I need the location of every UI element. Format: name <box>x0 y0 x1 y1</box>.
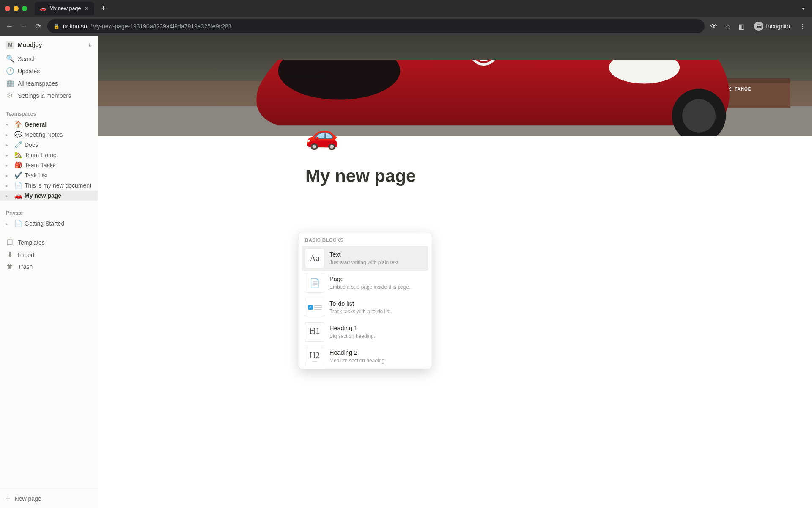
chevron-right-icon[interactable]: ▸ <box>6 153 12 157</box>
incognito-indicator[interactable]: 🕶 Incognito <box>751 22 793 31</box>
block-option-todo[interactable]: ✓ To-do list Track tasks with a to-do li… <box>302 295 428 320</box>
maximize-window-icon[interactable] <box>22 6 27 11</box>
workspace-avatar: M <box>6 41 14 49</box>
browser-tab[interactable]: 🚗 My new page ✕ <box>35 2 94 15</box>
sidebar-item-trash[interactable]: 🗑 Trash <box>0 261 98 273</box>
close-window-icon[interactable] <box>5 6 10 11</box>
sidebar-item-templates[interactable]: ❐ Templates <box>0 236 98 248</box>
browser-toolbar: ← → ⟳ 🔒 notion.so/My-new-page-193190a823… <box>0 17 812 36</box>
tree-item-label: Team Home <box>25 152 56 158</box>
sidebar-item-search[interactable]: 🔍 Search <box>0 52 98 65</box>
tabs-dropdown-icon[interactable]: ▾ <box>799 6 807 11</box>
block-option-page[interactable]: 📄 Page Embed a sub-page inside this page… <box>302 271 428 295</box>
block-title: Page <box>329 275 410 284</box>
kebab-menu-icon[interactable]: ⋮ <box>798 22 808 30</box>
tree-item-label: Getting Started <box>25 220 64 227</box>
page-title[interactable]: My new page <box>305 136 605 186</box>
chevron-right-icon[interactable]: ▸ <box>6 133 12 137</box>
check-icon: ✔️ <box>14 171 22 179</box>
house-garden-icon: 🏡 <box>14 151 22 159</box>
address-bar[interactable]: 🔒 notion.so/My-new-page-193190a8239a4f9d… <box>47 19 705 33</box>
tree-item-label: My new page <box>25 192 61 199</box>
tree-item-label: Task List <box>25 172 47 179</box>
chevron-down-icon[interactable]: ▾ <box>6 122 12 127</box>
backpack-icon: 🎒 <box>14 161 22 169</box>
red-car-illustration <box>227 60 741 136</box>
sidebar-item-label: Trash <box>18 263 33 270</box>
back-button[interactable]: ← <box>4 22 14 31</box>
sidebar-item-label: Search <box>18 55 36 62</box>
lock-icon: 🔒 <box>53 23 60 29</box>
eye-off-icon[interactable]: 👁 <box>709 22 719 30</box>
chevron-right-icon[interactable]: ▸ <box>6 221 12 226</box>
block-desc: Embed a sub-page inside this page. <box>329 284 410 290</box>
clock-icon: 🕘 <box>6 67 14 75</box>
tree-item-meeting-notes[interactable]: ▸ 💬 Meeting Notes <box>0 130 98 140</box>
chevron-updown-icon: ⇅ <box>88 43 92 47</box>
block-option-h1[interactable]: H1━━━ Heading 1 Big section heading. <box>302 320 428 344</box>
sidebar-item-updates[interactable]: 🕘 Updates <box>0 65 98 77</box>
h2-thumb-icon: H2━━━ <box>305 347 324 366</box>
tree-item-label: Meeting Notes <box>25 131 63 138</box>
tab-favicon-icon: 🚗 <box>40 6 46 11</box>
block-title: To-do list <box>329 300 392 308</box>
tree-item-docs[interactable]: ▸ 🧷 Docs <box>0 140 98 150</box>
forward-button[interactable]: → <box>19 22 29 31</box>
tree-item-team-home[interactable]: ▸ 🏡 Team Home <box>0 150 98 160</box>
sidebar-item-teamspaces[interactable]: 🏢 All teamspaces <box>0 77 98 89</box>
h1-thumb-icon: H1━━━ <box>305 322 324 342</box>
new-page-button[interactable]: + New page <box>0 489 98 508</box>
sidebar-item-settings[interactable]: ⚙ Settings & members <box>0 89 98 102</box>
tree-item-my-new-page[interactable]: ▸ 🚗 My new page <box>0 190 98 201</box>
tree-item-task-list[interactable]: ▸ ✔️ Task List <box>0 170 98 180</box>
block-option-text[interactable]: Aa Text Just start writing with plain te… <box>302 246 428 271</box>
sidebar: M Moodjoy ⇅ 🔍 Search 🕘 Updates 🏢 All tea… <box>0 36 98 508</box>
chevron-right-icon[interactable]: ▸ <box>6 173 12 178</box>
workspace-name: Moodjoy <box>18 41 85 48</box>
sidebar-item-label: All teamspaces <box>18 80 58 87</box>
new-tab-button[interactable]: + <box>98 4 109 13</box>
url-path: /My-new-page-193190a8239a4f9da7919e326fe… <box>91 23 232 30</box>
text-thumb-icon: Aa <box>305 248 324 268</box>
new-page-label: New page <box>15 495 41 502</box>
tree-item-label: Docs <box>25 141 38 148</box>
bookmark-icon[interactable]: ☆ <box>723 22 732 30</box>
minimize-window-icon[interactable] <box>14 6 19 11</box>
plus-icon: + <box>6 494 11 503</box>
block-title: Heading 2 <box>329 349 386 357</box>
sidebar-item-import[interactable]: ⬇ Import <box>0 248 98 261</box>
tree-item-general[interactable]: ▾ 🏠 General <box>0 119 98 130</box>
browser-tab-bar: 🚗 My new page ✕ + ▾ <box>0 0 812 17</box>
chevron-right-icon[interactable]: ▸ <box>6 143 12 147</box>
cover-image[interactable] <box>98 36 812 136</box>
url-domain: notion.so <box>63 23 87 30</box>
panel-icon[interactable]: ◧ <box>737 22 746 30</box>
sidebar-item-label: Updates <box>18 68 40 75</box>
reload-button[interactable]: ⟳ <box>33 22 43 31</box>
window-controls <box>5 6 27 11</box>
block-option-h2[interactable]: H2━━━ Heading 2 Medium section heading. <box>302 344 428 369</box>
tab-title: My new page <box>49 6 81 11</box>
block-title: Text <box>329 251 400 259</box>
workspace-switcher[interactable]: M Moodjoy ⇅ <box>0 36 98 52</box>
popup-list[interactable]: Aa Text Just start writing with plain te… <box>299 246 431 369</box>
chevron-right-icon[interactable]: ▸ <box>6 193 12 198</box>
tree-item-team-tasks[interactable]: ▸ 🎒 Team Tasks <box>0 160 98 170</box>
chevron-right-icon[interactable]: ▸ <box>6 163 12 168</box>
building-icon: 🏢 <box>6 79 14 87</box>
sidebar-item-label: Import <box>18 251 35 258</box>
slash-command-popup: BASIC BLOCKS Aa Text Just start writing … <box>299 232 431 369</box>
chevron-right-icon[interactable]: ▸ <box>6 183 12 188</box>
page-emoji-icon[interactable]: 🚗 <box>305 119 338 152</box>
house-icon: 🏠 <box>14 121 22 128</box>
close-tab-icon[interactable]: ✕ <box>84 5 89 12</box>
block-desc: Track tasks with a to-do list. <box>329 308 392 315</box>
gear-icon: ⚙ <box>6 91 14 99</box>
tree-item-getting-started[interactable]: ▸ 📄 Getting Started <box>0 218 98 229</box>
page-content: 🚗 My new page / BASIC BLOCKS Aa Text Jus… <box>98 36 812 508</box>
block-desc: Medium section heading. <box>329 357 386 364</box>
tree-item-new-document[interactable]: ▸ 📄 This is my new document <box>0 180 98 190</box>
tree-item-label: Team Tasks <box>25 162 56 168</box>
block-desc: Just start writing with plain text. <box>329 259 400 266</box>
block-desc: Big section heading. <box>329 333 375 340</box>
